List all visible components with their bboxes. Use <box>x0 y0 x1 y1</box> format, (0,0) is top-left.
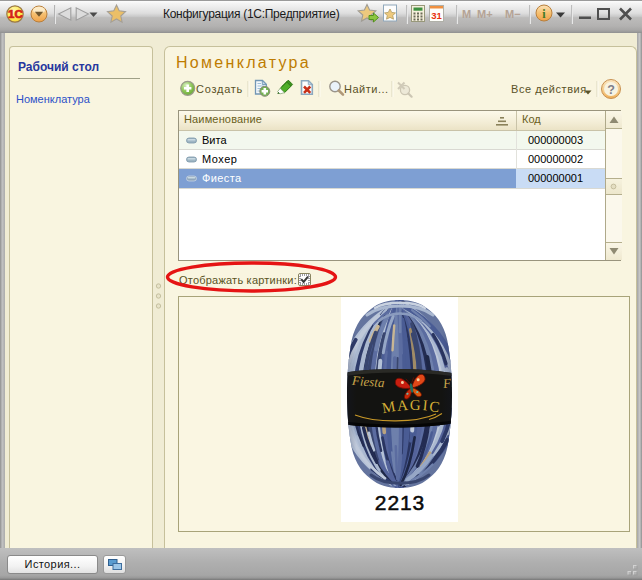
svg-text:M−: M− <box>505 8 521 20</box>
svg-text:31: 31 <box>431 10 442 21</box>
svg-text:1С: 1С <box>8 8 23 20</box>
svg-text:2213: 2213 <box>375 491 425 514</box>
svg-text:?: ? <box>607 83 615 97</box>
svg-text:Fie: Fie <box>441 374 458 391</box>
svg-text:M+: M+ <box>477 8 493 20</box>
svg-text:M: M <box>462 8 471 20</box>
svg-text:Fiesta: Fiesta <box>351 373 386 390</box>
